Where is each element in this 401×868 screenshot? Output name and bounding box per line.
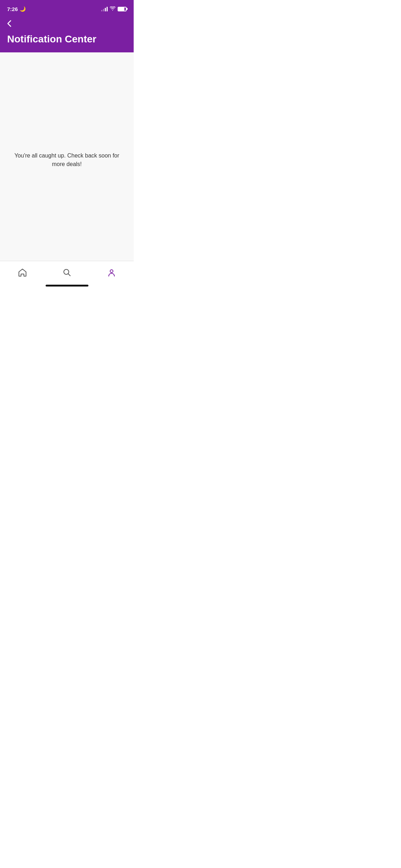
- content-area: You're all caught up. Check back soon fo…: [0, 52, 134, 268]
- back-button[interactable]: [7, 19, 11, 30]
- nav-item-home[interactable]: [10, 265, 35, 280]
- nav-item-search[interactable]: [55, 265, 79, 280]
- profile-icon: [107, 268, 117, 278]
- signal-icon: [101, 7, 108, 11]
- battery-icon: [118, 7, 127, 11]
- time-label: 7:26: [7, 6, 18, 12]
- page-title: Notification Center: [7, 33, 127, 45]
- header: Notification Center: [0, 16, 134, 52]
- search-icon: [62, 268, 72, 278]
- wifi-icon: [110, 6, 115, 12]
- svg-point-1: [110, 270, 113, 273]
- home-indicator: [46, 285, 88, 286]
- status-icons: [101, 6, 127, 12]
- moon-icon: 🌙: [20, 6, 26, 12]
- home-icon: [17, 268, 27, 278]
- nav-item-profile[interactable]: [99, 265, 124, 280]
- status-bar: 7:26 🌙: [0, 0, 134, 16]
- status-time: 7:26 🌙: [7, 6, 26, 12]
- empty-state-message: You're all caught up. Check back soon fo…: [0, 151, 134, 169]
